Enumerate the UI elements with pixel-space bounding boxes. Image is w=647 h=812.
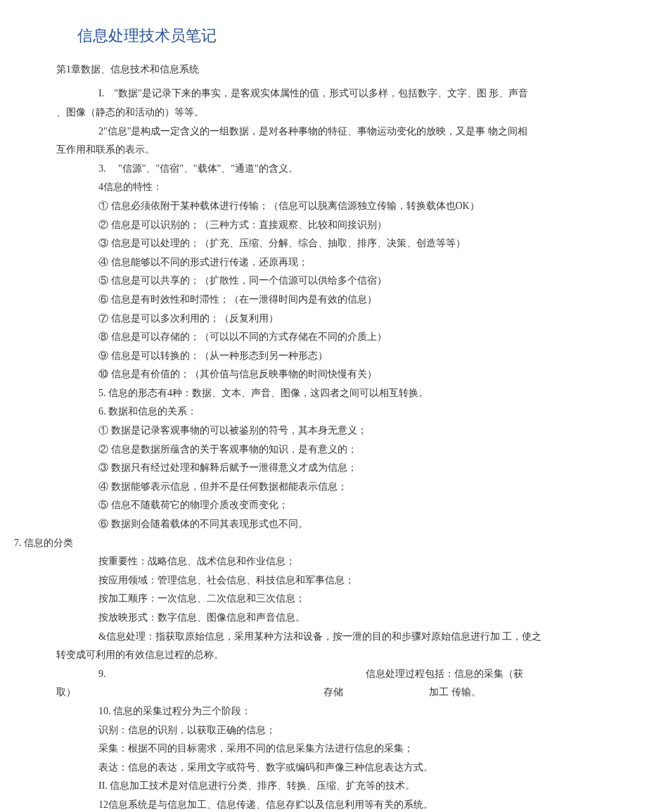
relation-item-2: ② 信息是数据所蕴含的关于客观事物的知识，是有意义的；: [56, 440, 591, 459]
class-item-3: 按加工顺序：一次信息、二次信息和三次信息；: [56, 590, 591, 609]
para-4: 4信息的特性：: [56, 178, 591, 197]
feature-item-2: ② 信息是可以识别的；（三种方式：直接观察、比较和间接识别）: [56, 216, 591, 235]
chapter-heading: 第1章数据、信息技术和信息系统: [56, 61, 591, 80]
feature-item-3: ③ 信息是可以处理的；（扩充、压缩、分解、综合、抽取、排序、决策、创造等等）: [56, 234, 591, 253]
feature-item-10: ⑩ 信息是有价值的；（其价值与信息反映事物的时间快慢有关）: [56, 365, 591, 384]
class-item-2: 按应用领域：管理信息、社会信息、科技信息和军事信息；: [56, 571, 591, 590]
collect-item-a: 识别：信息的识别，以获取正确的信息；: [56, 721, 591, 740]
para-1-line-a: I. "数据"是记录下来的事实，是客观实体属性的值，形式可以多样，包括数字、文字…: [56, 84, 591, 103]
relation-item-6: ⑥ 数据则会随着载体的不同其表现形式也不同。: [56, 515, 591, 534]
feature-item-8: ⑧ 信息是可以存储的；（可以以不同的方式存储在不同的介质上）: [56, 328, 591, 347]
relation-item-3: ③ 数据只有经过处理和解释后赋予一泄得意义才成为信息；: [56, 459, 591, 478]
class-item-1: 按重要性：战略信息、战术信息和作业信息；: [56, 552, 591, 571]
collect-item-c: 表达：信息的表达，采用文字或符号、数字或编码和声像三种信息表达方式。: [56, 759, 591, 778]
para-9-num: 9.: [56, 665, 366, 684]
relation-item-5: ⑤ 信息不随载荷它的物理介质改变而变化；: [56, 496, 591, 515]
para-9-text-b1: 取）: [56, 683, 324, 702]
para-9-text-b2: 存储: [324, 683, 429, 702]
para-2-line-b: 互作用和联系的表示。: [56, 141, 591, 160]
feature-item-5: ⑤ 信息是可以共享的；（扩散性，同一个信源可以供给多个信宿）: [56, 272, 591, 291]
collect-item-b: 采集：根据不同的目标需求，采用不同的信息采集方法进行信息的采集；: [56, 740, 591, 759]
para-1-line-b: 、图像（静态的和活动的）等等。: [56, 103, 591, 122]
para-8-line-a: &信息处理：指获取原始信息，采用某种方法和设备，按一泄的目的和步骤对原始信息进行…: [56, 628, 591, 647]
para-11: II. 信息加工技术是对信息进行分类、排序、转换、压缩、扩充等的技术。: [56, 777, 591, 796]
feature-item-6: ⑥ 信息是有时效性和时滞性；（在一泄得时间内是有效的信息）: [56, 291, 591, 310]
para-3: 3. "信源"、"信宿"、"载体"、"通道"的含义。: [56, 160, 591, 179]
para-9-text-b3: 加工 传输。: [429, 683, 481, 702]
para-9-row-a: 9. 信息处理过程包括：信息的采集（获: [56, 665, 591, 684]
para-7: 7. 信息的分类: [14, 534, 591, 553]
para-8-line-b: 转变成可利用的有效信息过程的总称。: [56, 646, 591, 665]
para-5: 5. 信息的形态有4种：数据、文本、声音、图像，这四者之间可以相互转换。: [56, 384, 591, 403]
para-9-row-b: 取） 存储 加工 传输。: [56, 683, 591, 702]
relation-item-4: ④ 数据能够表示信息，但并不是任何数据都能表示信息；: [56, 478, 591, 497]
para-2-line-a: 2"信息"是构成一定含义的一组数据，是对各种事物的特征、事物运动变化的放映，又是…: [56, 122, 591, 141]
class-item-4: 按放映形式：数字信息、图像信息和声音信息。: [56, 609, 591, 628]
relation-item-1: ① 数据是记录客观事物的可以被鉴别的符号，其本身无意义；: [56, 421, 591, 440]
para-10: 10. 信息的采集过程分为三个阶段：: [56, 702, 591, 721]
feature-item-9: ⑨ 信息是可以转换的；（从一种形态到另一种形态）: [56, 347, 591, 366]
feature-item-7: ⑦ 信息是可以多次利用的；（反复利用）: [56, 310, 591, 329]
document-title: 信息处理技术员笔记: [56, 21, 591, 51]
feature-item-4: ④ 信息能够以不同的形式进行传递，还原再现；: [56, 253, 591, 272]
para-9-text-a: 信息处理过程包括：信息的采集（获: [366, 665, 563, 684]
para-12: 12信息系统是与信息加工、信息传递、信息存贮以及信息利用等有关的系统。: [56, 796, 591, 812]
feature-item-1: ① 信息必须依附于某种载体进行传输；（信息可以脱离信源独立传输，转换载体也OK）: [56, 197, 591, 216]
para-6: 6. 数据和信息的关系：: [56, 402, 591, 421]
